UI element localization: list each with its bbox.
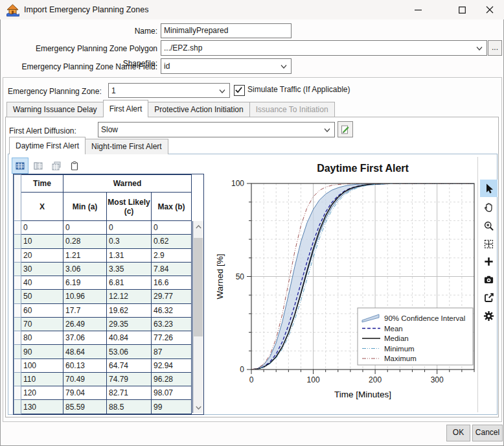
table-cell[interactable]: 16.6 xyxy=(152,276,192,290)
row-header[interactable] xyxy=(14,276,21,290)
table-cell[interactable]: 48.64 xyxy=(63,345,107,358)
col-header-min[interactable]: Min (a) xyxy=(63,193,107,221)
table-cell[interactable]: 0 xyxy=(152,221,192,235)
row-header[interactable] xyxy=(14,290,21,303)
table-cell[interactable]: 2.9 xyxy=(152,248,192,262)
table-cell[interactable]: 0 xyxy=(21,221,63,235)
table-cell[interactable]: 0 xyxy=(107,221,152,235)
col-header-most-likely[interactable]: Most Likely (c) xyxy=(107,193,152,221)
table-cell[interactable]: 30 xyxy=(21,262,63,276)
close-button[interactable] xyxy=(475,0,504,19)
row-header[interactable] xyxy=(14,317,21,331)
pointer-tool-button[interactable] xyxy=(480,180,498,197)
table-cell[interactable]: 50 xyxy=(21,290,63,303)
row-header[interactable] xyxy=(14,262,21,276)
name-field-combo[interactable]: id xyxy=(161,58,292,74)
scroll-up-button[interactable] xyxy=(193,221,203,232)
zone-combo[interactable]: 1 xyxy=(108,83,230,98)
col-header-x[interactable]: X xyxy=(21,193,63,221)
row-header[interactable] xyxy=(14,372,21,386)
tab-protective-action-initiation[interactable]: Protective Action Initiation xyxy=(148,102,249,117)
table-cell[interactable]: 1.21 xyxy=(63,248,107,262)
ok-button[interactable]: OK xyxy=(446,425,470,441)
row-header[interactable] xyxy=(14,221,21,235)
table-cell[interactable]: 46.32 xyxy=(152,303,192,317)
cancel-button[interactable]: Cancel xyxy=(472,425,503,441)
pan-tool-button[interactable] xyxy=(480,198,498,216)
table-cell[interactable]: 10 xyxy=(21,235,63,248)
table-cell[interactable]: 88.5 xyxy=(107,400,152,414)
tab-daytime-first-alert[interactable]: Daytime First Alert xyxy=(9,137,86,154)
table-cell[interactable]: 96.28 xyxy=(152,372,192,386)
grid-view-button[interactable] xyxy=(12,158,29,174)
table-cell[interactable]: 0 xyxy=(63,221,107,235)
delete-rows-button[interactable] xyxy=(48,158,65,174)
scroll-down-button[interactable] xyxy=(193,402,203,413)
table-cell[interactable]: 12.12 xyxy=(107,290,152,303)
table-cell[interactable]: 10.96 xyxy=(63,290,107,303)
table-cell[interactable]: 85.59 xyxy=(63,400,107,414)
paste-button[interactable] xyxy=(66,158,83,174)
table-cell[interactable]: 130 xyxy=(21,400,63,414)
fit-view-button[interactable] xyxy=(480,235,498,253)
tab-first-alert[interactable]: First Alert xyxy=(103,100,149,117)
row-header[interactable] xyxy=(14,331,21,345)
diffusion-combo[interactable]: Slow xyxy=(98,122,335,137)
table-cell[interactable]: 92.94 xyxy=(152,358,192,372)
table-cell[interactable]: 26.49 xyxy=(63,317,107,331)
table-scrollbar[interactable] xyxy=(192,221,203,413)
tab-nighttime-first-alert[interactable]: Night-time First Alert xyxy=(85,139,168,154)
table-cell[interactable]: 70.49 xyxy=(63,372,107,386)
simulate-traffic-checkbox[interactable] xyxy=(234,85,245,96)
insert-rows-button[interactable] xyxy=(30,158,47,174)
table-cell[interactable]: 79.04 xyxy=(63,386,107,400)
row-header[interactable] xyxy=(14,345,21,358)
table-cell[interactable]: 80 xyxy=(21,331,63,345)
table-cell[interactable]: 120 xyxy=(21,386,63,400)
table-cell[interactable]: 7.84 xyxy=(152,262,192,276)
table-cell[interactable]: 70 xyxy=(21,317,63,331)
table-cell[interactable]: 6.81 xyxy=(107,276,152,290)
table-cell[interactable]: 110 xyxy=(21,372,63,386)
table-cell[interactable]: 40 xyxy=(21,276,63,290)
table-cell[interactable]: 98.07 xyxy=(152,386,192,400)
tab-warning-issuance-delay[interactable]: Warning Issuance Delay xyxy=(6,102,104,117)
scroll-thumb[interactable] xyxy=(194,238,203,336)
table-cell[interactable]: 99 xyxy=(152,400,192,414)
row-header[interactable] xyxy=(14,358,21,372)
table-cell[interactable]: 20 xyxy=(21,248,63,262)
add-point-button[interactable] xyxy=(480,253,498,270)
table-cell[interactable]: 29.77 xyxy=(152,290,192,303)
col-group-warned[interactable]: Warned xyxy=(63,175,192,193)
maximize-button[interactable] xyxy=(448,0,477,19)
shapefile-combo[interactable]: .../EPZ.shp xyxy=(161,40,487,56)
col-group-time[interactable]: Time xyxy=(21,175,63,193)
table-cell[interactable]: 64.74 xyxy=(107,358,152,372)
name-input[interactable]: MinimallyPrepared xyxy=(161,23,292,38)
table-cell[interactable]: 77.26 xyxy=(152,331,192,345)
table-cell[interactable]: 1.31 xyxy=(107,248,152,262)
export-button[interactable] xyxy=(480,289,498,307)
browse-shapefile-button[interactable]: ... xyxy=(488,40,502,56)
row-header[interactable] xyxy=(14,303,21,317)
table-cell[interactable]: 3.35 xyxy=(107,262,152,276)
table-cell[interactable]: 82.71 xyxy=(107,386,152,400)
title-bar[interactable]: Import Emergency Planning Zones xyxy=(0,0,504,19)
table-cell[interactable]: 90 xyxy=(21,345,63,358)
table-cell[interactable]: 100 xyxy=(21,358,63,372)
zoom-tool-button[interactable] xyxy=(480,217,498,235)
table-cell[interactable]: 0.3 xyxy=(107,235,152,248)
daytime-first-alert-chart[interactable]: 0100200300050100Daytime First AlertTime … xyxy=(214,154,477,416)
col-header-max[interactable]: Max (b) xyxy=(152,193,192,221)
row-header[interactable] xyxy=(14,400,21,414)
table-cell[interactable]: 0.62 xyxy=(152,235,192,248)
row-header[interactable] xyxy=(14,386,21,400)
edit-diffusion-button[interactable] xyxy=(338,121,353,137)
table-cell[interactable]: 87 xyxy=(152,345,192,358)
minimize-button[interactable] xyxy=(404,0,433,19)
table-cell[interactable]: 63.23 xyxy=(152,317,192,331)
table-cell[interactable]: 3.06 xyxy=(63,262,107,276)
table-cell[interactable]: 60.13 xyxy=(63,358,107,372)
chart-settings-button[interactable] xyxy=(480,307,498,325)
row-header[interactable] xyxy=(14,248,21,262)
